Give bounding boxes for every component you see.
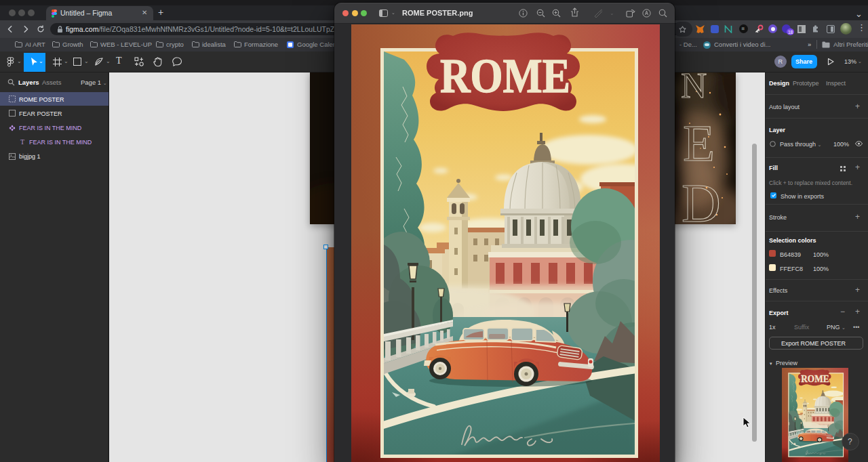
svg-text:D: D (682, 173, 721, 224)
svg-text:N: N (681, 72, 707, 105)
svg-text:E: E (683, 114, 715, 172)
svg-text:ROME: ROME (440, 49, 570, 103)
